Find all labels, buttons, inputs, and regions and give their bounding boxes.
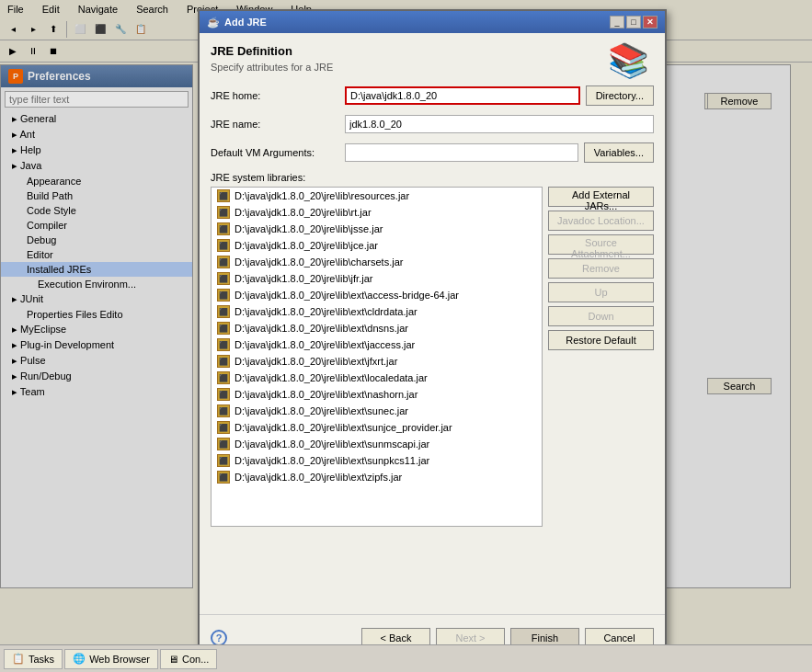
lib-item[interactable]: ⬛D:\java\jdk1.8.0_20\jre\lib\ext\sunmsca… — [212, 436, 542, 452]
lib-item[interactable]: ⬛D:\java\jdk1.8.0_20\jre\lib\resources.j… — [212, 188, 542, 204]
up-button[interactable]: Up — [548, 282, 654, 302]
taskbar-console[interactable]: 🖥 Con... — [160, 649, 217, 669]
lib-path: D:\java\jdk1.8.0_20\jre\lib\ext\cldrdata… — [234, 306, 417, 317]
modal-titlebar: ☕ Add JRE _ □ ✕ — [200, 11, 665, 33]
jre-home-row: JRE home: Directory... — [211, 85, 654, 106]
lib-item[interactable]: ⬛D:\java\jdk1.8.0_20\jre\lib\rt.jar — [212, 204, 542, 221]
restore-default-button[interactable]: Restore Default — [548, 330, 654, 350]
jar-icon: ⬛ — [217, 355, 230, 368]
lib-path: D:\java\jdk1.8.0_20\jre\lib\jsse.jar — [234, 223, 383, 234]
lib-item[interactable]: ⬛D:\java\jdk1.8.0_20\jre\lib\charsets.ja… — [212, 254, 542, 270]
browser-label: Web Browser — [89, 654, 150, 665]
lib-path: D:\java\jdk1.8.0_20\jre\lib\ext\access-b… — [234, 290, 459, 301]
lib-item[interactable]: ⬛D:\java\jdk1.8.0_20\jre\lib\ext\jfxrt.j… — [212, 353, 542, 370]
modal-title-text: Add JRE — [224, 17, 267, 28]
jar-icon: ⬛ — [217, 404, 230, 417]
libraries-label: JRE system libraries: — [211, 172, 654, 183]
lib-path: D:\java\jdk1.8.0_20\jre\lib\ext\sunpkcs1… — [234, 455, 429, 466]
lib-item[interactable]: ⬛D:\java\jdk1.8.0_20\jre\lib\ext\sunec.j… — [212, 403, 542, 419]
modal-title: ☕ Add JRE — [207, 17, 267, 28]
vm-args-input[interactable] — [345, 143, 578, 162]
taskbar-browser[interactable]: 🌐 Web Browser — [64, 649, 158, 669]
modal-body: JRE Definition Specify attributes for a … — [200, 33, 665, 614]
lib-path: D:\java\jdk1.8.0_20\jre\lib\ext\dnsns.ja… — [234, 323, 408, 334]
directory-button[interactable]: Directory... — [586, 85, 654, 106]
lib-item[interactable]: ⬛D:\java\jdk1.8.0_20\jre\lib\ext\nashorn… — [212, 386, 542, 403]
lib-path: D:\java\jdk1.8.0_20\jre\lib\ext\localeda… — [234, 372, 428, 383]
lib-item[interactable]: ⬛D:\java\jdk1.8.0_20\jre\lib\ext\jaccess… — [212, 336, 542, 353]
lib-path: D:\java\jdk1.8.0_20\jre\lib\ext\jfxrt.ja… — [234, 356, 397, 367]
lib-item[interactable]: ⬛D:\java\jdk1.8.0_20\jre\lib\jsse.jar — [212, 221, 542, 237]
jre-books-icon: 📚 — [603, 35, 654, 85]
add-external-jars-button[interactable]: Add External JARs... — [548, 187, 654, 207]
libraries-container: ⬛D:\java\jdk1.8.0_20\jre\lib\resources.j… — [211, 187, 654, 527]
jar-icon: ⬛ — [217, 438, 230, 450]
jar-icon: ⬛ — [217, 289, 230, 302]
browser-icon: 🌐 — [73, 653, 86, 665]
down-button[interactable]: Down — [548, 306, 654, 326]
tasks-icon: 📋 — [12, 653, 25, 665]
jar-icon: ⬛ — [217, 322, 230, 335]
jar-icon: ⬛ — [217, 388, 230, 401]
lib-item[interactable]: ⬛D:\java\jdk1.8.0_20\jre\lib\ext\access-… — [212, 287, 542, 303]
vm-args-label: Default VM Arguments: — [211, 147, 339, 158]
add-jre-dialog: ☕ Add JRE _ □ ✕ JRE Definition Specify a… — [198, 9, 667, 662]
jar-icon: ⬛ — [217, 256, 230, 268]
lib-item[interactable]: ⬛D:\java\jdk1.8.0_20\jre\lib\ext\zipfs.j… — [212, 469, 542, 485]
jar-icon: ⬛ — [217, 371, 230, 384]
vm-args-row: Default VM Arguments: Variables... — [211, 142, 654, 163]
lib-buttons: Add External JARs... Javadoc Location...… — [548, 187, 654, 527]
jar-icon: ⬛ — [217, 471, 230, 484]
close-button[interactable]: ✕ — [643, 16, 658, 28]
lib-item[interactable]: ⬛D:\java\jdk1.8.0_20\jre\lib\ext\sunpkcs… — [212, 452, 542, 469]
jar-icon: ⬛ — [217, 305, 230, 318]
jar-icon: ⬛ — [217, 222, 230, 235]
source-attachment-button[interactable]: Source Attachment... — [548, 234, 654, 255]
jre-home-input[interactable] — [345, 86, 580, 105]
jar-icon: ⬛ — [217, 239, 230, 252]
lib-item[interactable]: ⬛D:\java\jdk1.8.0_20\jre\lib\jce.jar — [212, 237, 542, 254]
variables-button[interactable]: Variables... — [584, 142, 654, 163]
jar-icon: ⬛ — [217, 421, 230, 434]
lib-path: D:\java\jdk1.8.0_20\jre\lib\ext\zipfs.ja… — [234, 472, 402, 483]
minimize-button[interactable]: _ — [610, 16, 624, 28]
section-title: JRE Definition — [211, 44, 654, 58]
lib-path: D:\java\jdk1.8.0_20\jre\lib\rt.jar — [234, 207, 372, 218]
console-icon: 🖥 — [168, 654, 178, 665]
jar-icon: ⬛ — [217, 272, 230, 285]
lib-item[interactable]: ⬛D:\java\jdk1.8.0_20\jre\lib\ext\sunjce_… — [212, 419, 542, 436]
jar-icon: ⬛ — [217, 189, 230, 202]
lib-path: D:\java\jdk1.8.0_20\jre\lib\ext\sunjce_p… — [234, 422, 452, 433]
lib-path: D:\java\jdk1.8.0_20\jre\lib\ext\nashorn.… — [234, 389, 417, 400]
taskbar-tasks[interactable]: 📋 Tasks — [4, 649, 63, 669]
footer-left: ? — [211, 630, 227, 646]
jre-name-row: JRE name: — [211, 115, 654, 133]
lib-path: D:\java\jdk1.8.0_20\jre\lib\ext\sunmscap… — [234, 439, 429, 450]
lib-path: D:\java\jdk1.8.0_20\jre\lib\charsets.jar — [234, 256, 403, 268]
libraries-list[interactable]: ⬛D:\java\jdk1.8.0_20\jre\lib\resources.j… — [211, 187, 543, 527]
lib-path: D:\java\jdk1.8.0_20\jre\lib\jfr.jar — [234, 273, 372, 284]
jar-icon: ⬛ — [217, 454, 230, 467]
lib-item[interactable]: ⬛D:\java\jdk1.8.0_20\jre\lib\ext\dnsns.j… — [212, 320, 542, 336]
lib-path: D:\java\jdk1.8.0_20\jre\lib\ext\sunec.ja… — [234, 405, 408, 416]
lib-item[interactable]: ⬛D:\java\jdk1.8.0_20\jre\lib\ext\cldrdat… — [212, 303, 542, 320]
help-icon[interactable]: ? — [211, 630, 227, 646]
jre-name-input[interactable] — [345, 115, 654, 133]
modal-header: JRE Definition Specify attributes for a … — [211, 44, 654, 73]
jar-icon: ⬛ — [217, 206, 230, 219]
lib-path: D:\java\jdk1.8.0_20\jre\lib\jce.jar — [234, 240, 378, 251]
jre-home-label: JRE home: — [211, 90, 339, 101]
section-subtitle: Specify attributes for a JRE — [211, 62, 654, 73]
console-label: Con... — [182, 654, 209, 665]
lib-item[interactable]: ⬛D:\java\jdk1.8.0_20\jre\lib\jfr.jar — [212, 270, 542, 287]
jar-icon: ⬛ — [217, 338, 230, 351]
lib-path: D:\java\jdk1.8.0_20\jre\lib\ext\jaccess.… — [234, 339, 415, 350]
taskbar: 📋 Tasks 🌐 Web Browser 🖥 Con... — [0, 644, 812, 672]
lib-remove-button[interactable]: Remove — [548, 258, 654, 279]
lib-path: D:\java\jdk1.8.0_20\jre\lib\resources.ja… — [234, 190, 409, 201]
javadoc-location-button[interactable]: Javadoc Location... — [548, 211, 654, 231]
lib-item[interactable]: ⬛D:\java\jdk1.8.0_20\jre\lib\ext\localed… — [212, 370, 542, 386]
modal-java-icon: ☕ — [207, 17, 220, 28]
maximize-button[interactable]: □ — [626, 16, 641, 28]
tasks-label: Tasks — [29, 654, 54, 665]
